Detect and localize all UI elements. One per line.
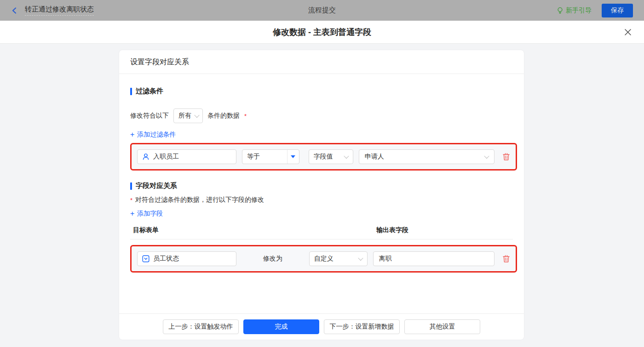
select-field-icon xyxy=(142,255,150,262)
lightbulb-icon xyxy=(557,7,564,14)
save-button[interactable]: 保存 xyxy=(602,4,633,17)
modal-title: 修改数据 - 主表到普通字段 xyxy=(273,27,371,38)
chevron-down-icon xyxy=(194,113,199,118)
card-footer: 上一步：设置触发动作 完成 下一步：设置新增数据 其他设置 xyxy=(119,313,524,340)
close-button[interactable] xyxy=(623,27,633,37)
filter-field-value: 入职员工 xyxy=(153,153,179,161)
add-field-link[interactable]: + 添加字段 xyxy=(130,210,163,218)
mapping-row-highlight: 员工状态 修改为 自定义 离职 xyxy=(130,245,517,273)
target-field-input[interactable]: 员工状态 xyxy=(137,251,236,266)
add-filter-label: 添加过滤条件 xyxy=(137,131,176,139)
operator-value: 等于 xyxy=(242,153,287,161)
filter-value-value: 申请人 xyxy=(365,153,384,161)
output-value-input[interactable]: 离职 xyxy=(373,251,494,266)
operator-caret-button[interactable] xyxy=(287,150,299,164)
done-button[interactable]: 完成 xyxy=(243,319,319,334)
guide-label: 新手引导 xyxy=(566,6,592,15)
mapping-section-title: 字段对应关系 xyxy=(130,182,513,190)
mapping-description: 对符合过滤条件的数据，进行以下字段的修改 xyxy=(135,196,264,204)
trash-icon xyxy=(502,255,510,263)
section-marker xyxy=(130,88,132,95)
chevron-left-icon xyxy=(11,7,18,14)
match-prefix-label: 修改符合以下 xyxy=(130,112,169,120)
filter-field-input[interactable]: 入职员工 xyxy=(137,149,236,164)
chevron-down-icon xyxy=(358,256,363,261)
chevron-down-icon xyxy=(344,154,349,159)
filter-row-highlight: 入职员工 等于 字段值 申请人 xyxy=(130,143,517,171)
section-marker xyxy=(130,182,132,190)
mode-select[interactable]: 自定义 xyxy=(309,251,368,266)
filter-section-label: 过滤条件 xyxy=(136,87,163,96)
delete-mapping-row-button[interactable] xyxy=(502,255,510,263)
required-asterisk: * xyxy=(130,197,132,204)
settings-card: 设置字段对应关系 过滤条件 修改符合以下 所有 条件的数据 * + 添加过滤条件 xyxy=(119,50,524,340)
column-header-output: 输出表字段 xyxy=(376,226,408,234)
match-suffix-label: 条件的数据 xyxy=(207,112,240,120)
value-type-select[interactable]: 字段值 xyxy=(309,149,353,164)
mapping-section-label: 字段对应关系 xyxy=(136,182,177,190)
caret-down-icon xyxy=(291,155,295,158)
card-header-title: 设置字段对应关系 xyxy=(119,50,524,74)
modal-header: 修改数据 - 主表到普通字段 xyxy=(0,21,644,44)
column-header-target: 目标表单 xyxy=(133,226,159,234)
flow-title[interactable]: 转正通过修改离职状态 xyxy=(25,5,94,16)
close-icon xyxy=(624,28,632,36)
filter-match-row: 修改符合以下 所有 条件的数据 * xyxy=(130,108,513,123)
mapping-description-row: * 对符合过滤条件的数据，进行以下字段的修改 xyxy=(130,196,513,204)
other-settings-button[interactable]: 其他设置 xyxy=(404,319,480,334)
add-field-label: 添加字段 xyxy=(137,210,163,218)
next-step-button[interactable]: 下一步：设置新增数据 xyxy=(324,319,400,334)
page-center-title: 流程提交 xyxy=(0,6,644,15)
card-content: 过滤条件 修改符合以下 所有 条件的数据 * + 添加过滤条件 xyxy=(119,74,524,313)
operator-select[interactable]: 等于 xyxy=(242,149,299,164)
modal-body: 设置字段对应关系 过滤条件 修改符合以下 所有 条件的数据 * + 添加过滤条件 xyxy=(0,44,644,347)
trash-icon xyxy=(502,153,510,161)
prev-step-button[interactable]: 上一步：设置触发动作 xyxy=(163,319,239,334)
user-icon xyxy=(142,153,150,160)
required-asterisk: * xyxy=(244,113,247,119)
chevron-down-icon xyxy=(484,154,489,159)
match-scope-value: 所有 xyxy=(178,112,191,120)
value-type-value: 字段值 xyxy=(314,153,333,161)
mode-value: 自定义 xyxy=(314,255,334,263)
plus-icon: + xyxy=(130,210,134,217)
target-field-value: 员工状态 xyxy=(153,255,179,263)
filter-section-title: 过滤条件 xyxy=(130,87,513,96)
output-value: 离职 xyxy=(379,255,392,263)
action-label: 修改为 xyxy=(236,255,309,263)
delete-filter-row-button[interactable] xyxy=(502,153,510,161)
column-divider xyxy=(130,239,513,239)
topbar: 流程提交 转正通过修改离职状态 新手引导 保存 xyxy=(0,0,644,21)
plus-icon: + xyxy=(130,131,134,138)
back-button[interactable] xyxy=(11,7,18,14)
mapping-column-headers: 目标表单 输出表字段 xyxy=(130,226,513,235)
match-scope-select[interactable]: 所有 xyxy=(173,108,203,123)
guide-button[interactable]: 新手引导 xyxy=(557,6,592,15)
add-filter-link[interactable]: + 添加过滤条件 xyxy=(130,131,176,139)
filter-value-select[interactable]: 申请人 xyxy=(359,149,494,164)
